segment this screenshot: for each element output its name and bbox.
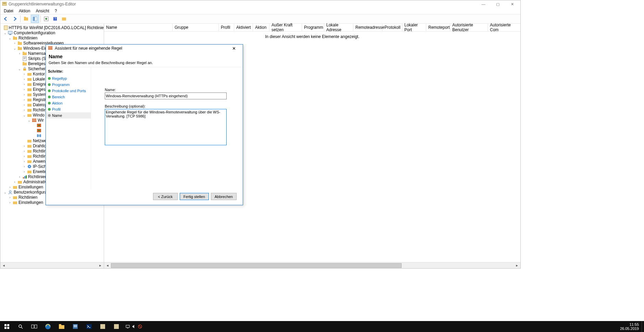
tree-user-richtlinien[interactable]: Richtlinien — [18, 195, 37, 200]
expander-icon[interactable]: ⌄ — [13, 46, 17, 51]
col-gruppe[interactable]: Gruppe — [173, 24, 219, 31]
wizard-step-aktion[interactable]: Aktion — [46, 100, 91, 106]
tree-lokale[interactable]: Lokale — [33, 76, 45, 82]
finish-button[interactable]: Fertig stellen — [180, 193, 209, 200]
expander-icon[interactable]: › — [22, 153, 26, 159]
expander-icon[interactable]: › — [22, 76, 26, 82]
tree-drahtlo[interactable]: Drahtlo — [33, 143, 46, 149]
tree-richtlir3[interactable]: Richtlir — [33, 153, 46, 159]
list-scrollbar-x[interactable]: ◄ ► — [104, 262, 520, 268]
col-profil[interactable]: Profil — [219, 24, 234, 31]
back-button[interactable]: < Zurück — [153, 193, 178, 200]
expander-icon[interactable]: › — [17, 51, 22, 56]
tree-ipsich[interactable]: IP-Sich — [33, 164, 46, 169]
taskbar-clock[interactable]: 11:55 26.05.2019 — [617, 322, 642, 331]
scroll-left-icon[interactable]: ◄ — [1, 264, 7, 267]
minimize-button[interactable]: — — [477, 0, 490, 8]
task-explorer[interactable] — [55, 321, 68, 332]
scroll-thumb[interactable] — [111, 263, 402, 268]
forward-button[interactable] — [11, 15, 19, 23]
expander-icon[interactable]: › — [22, 97, 26, 102]
expander-icon[interactable]: › — [8, 195, 12, 200]
menu-aktion[interactable]: Aktion — [17, 9, 32, 13]
task-ie[interactable] — [41, 321, 55, 332]
cancel-button[interactable]: Abbrechen — [211, 193, 237, 200]
tree-netzwe[interactable]: Netzwe — [33, 138, 47, 144]
menu-datei[interactable]: Datei — [2, 9, 15, 13]
wizard-step-regeltyp[interactable]: Regeltyp — [46, 75, 91, 82]
tree-system[interactable]: System — [33, 92, 47, 97]
expander-icon[interactable]: › — [13, 179, 17, 185]
expander-icon[interactable]: ⌄ — [27, 118, 31, 123]
tree-kontor[interactable]: Kontor — [33, 71, 45, 77]
expander-icon[interactable]: ⌄ — [17, 66, 22, 72]
expander-icon[interactable]: › — [22, 87, 26, 92]
rule-desc-textarea[interactable] — [105, 109, 227, 145]
scroll-left-icon[interactable]: ◄ — [105, 264, 110, 267]
col-autbenutzer[interactable]: Autorisierte Benutzer — [450, 24, 488, 31]
expander-icon[interactable]: › — [8, 200, 12, 205]
col-remoteport[interactable]: Remoteport — [426, 24, 450, 31]
tree-scrollbar-x[interactable]: ◄ ► — [0, 262, 104, 268]
expander-icon[interactable]: ⌄ — [22, 112, 26, 118]
task-powershell[interactable] — [82, 321, 96, 332]
task-app1[interactable] — [96, 321, 110, 332]
expander-icon[interactable]: › — [22, 92, 26, 97]
tray-sound-icon[interactable] — [131, 324, 136, 329]
col-ausserkraft[interactable]: Außer Kraft setzen — [269, 24, 302, 31]
menu-ansicht[interactable]: Ansicht — [34, 9, 51, 13]
tree-windo[interactable]: Windo — [33, 112, 45, 118]
expander-icon[interactable]: ⌄ — [3, 30, 7, 36]
expander-icon[interactable]: › — [8, 184, 12, 190]
tree-root[interactable]: HTTPS für WinRM [DC2016.ADG.LOCAL] Richt… — [9, 25, 104, 30]
expander-icon[interactable]: ⌄ — [3, 189, 7, 195]
back-button[interactable] — [2, 15, 10, 23]
expander-icon[interactable]: › — [22, 169, 26, 174]
col-name[interactable]: Name — [104, 24, 173, 31]
wizard-step-bereich[interactable]: Bereich — [46, 94, 91, 100]
toolbar-icon-4[interactable]: ? — [51, 15, 59, 23]
expander-icon[interactable]: › — [22, 159, 26, 164]
expander-icon[interactable]: › — [17, 174, 22, 180]
expander-icon[interactable]: › — [22, 82, 26, 87]
expander-icon[interactable]: › — [22, 107, 26, 113]
search-button[interactable] — [14, 321, 27, 332]
col-aktiviert[interactable]: Aktiviert — [234, 24, 253, 31]
toolbar-icon-2[interactable] — [31, 15, 39, 23]
tree-richtlin[interactable]: Richtlin — [33, 107, 46, 113]
expander-icon[interactable]: › — [22, 143, 26, 149]
col-lokalerport[interactable]: Lokaler Port — [402, 24, 426, 31]
tree-user-einstellungen[interactable]: Einstellungen — [18, 200, 43, 205]
expander-icon[interactable]: › — [13, 40, 17, 46]
tree-registr[interactable]: Registr — [33, 97, 46, 102]
tree-computerconfig[interactable]: Computerkonfiguration — [14, 30, 55, 36]
tree-erweite[interactable]: Erweite — [33, 169, 47, 174]
toolbar-icon-1[interactable] — [22, 15, 30, 23]
wizard-step-programm[interactable]: Programm — [46, 82, 91, 88]
rule-name-input[interactable] — [105, 93, 227, 99]
tree-wir[interactable]: Wir — [38, 118, 44, 123]
wizard-close-button[interactable]: ✕ — [227, 45, 241, 52]
expander-icon[interactable]: › — [22, 102, 26, 108]
col-remoteadresse[interactable]: Remoteadresse — [353, 24, 382, 31]
wizard-step-protokolle[interactable]: Protokolle und Ports — [46, 88, 91, 94]
tree-richtlinien[interactable]: Richtlinien — [18, 35, 37, 41]
system-tray[interactable] — [123, 324, 144, 329]
expander-icon[interactable]: › — [22, 71, 26, 77]
toolbar-icon-3[interactable] — [42, 15, 50, 23]
taskview-button[interactable] — [27, 321, 41, 332]
tree-richtlir2[interactable]: Richtlir — [33, 148, 46, 154]
expander-icon[interactable]: › — [22, 164, 26, 169]
tree-namensau[interactable]: Namensau — [28, 51, 48, 56]
wizard-step-profil[interactable]: Profil — [46, 106, 91, 112]
start-button[interactable] — [0, 321, 14, 332]
col-aktion[interactable]: Aktion — [253, 24, 269, 31]
tree-dateisy[interactable]: Dateisy — [33, 102, 47, 108]
tray-icon[interactable] — [138, 324, 142, 329]
close-button[interactable]: ✕ — [505, 0, 519, 8]
maximize-button[interactable]: ▢ — [491, 0, 505, 8]
col-programm[interactable]: Programm — [302, 24, 324, 31]
tree-richtlinien2[interactable]: Richtlinien — [28, 174, 47, 180]
col-lokaleadresse[interactable]: Lokale Adresse — [324, 24, 353, 31]
task-app2[interactable] — [110, 321, 123, 332]
